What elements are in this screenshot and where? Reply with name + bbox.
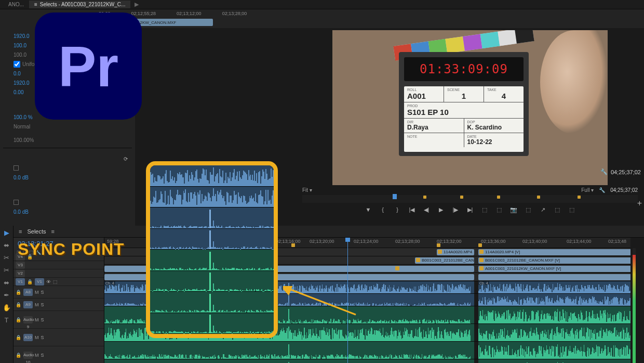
mark-in-button[interactable]: {: [379, 206, 386, 213]
sync-point-callout: [146, 161, 278, 338]
bypass-icon[interactable]: ⟳: [124, 156, 128, 162]
slip-tool[interactable]: ⬌: [2, 278, 11, 287]
premiere-pro-logo: Pr: [35, 12, 142, 120]
audio-meters: [630, 238, 644, 363]
audio-clip[interactable]: [478, 359, 630, 363]
track-select-tool[interactable]: ⬌: [2, 240, 11, 250]
play-button[interactable]: ▶: [437, 206, 445, 213]
track-a9-target[interactable]: A9: [23, 301, 33, 308]
speed-value[interactable]: 100.00%: [14, 137, 34, 143]
export-button[interactable]: ↗: [539, 206, 546, 213]
step-back-button[interactable]: ◀|: [423, 206, 430, 213]
full-dropdown[interactable]: Full ▾: [581, 187, 594, 193]
audio-clip[interactable]: [478, 294, 630, 306]
scrub-playhead[interactable]: [393, 194, 397, 199]
extract-button[interactable]: ⬚: [495, 206, 503, 213]
antiflicker-value[interactable]: 0.00: [14, 89, 23, 95]
source-tab-2[interactable]: ≡ Selects - A001C003_221012KW_C...: [29, 1, 130, 8]
track-v2-target[interactable]: V2: [16, 270, 25, 277]
pen-tool[interactable]: ✒: [2, 290, 11, 300]
selection-tool[interactable]: ▶: [2, 228, 11, 237]
sync-lock-icon[interactable]: ⬚: [53, 279, 58, 284]
comparison-button[interactable]: ⬚: [525, 206, 532, 213]
uniform-scale-checkbox[interactable]: [14, 61, 20, 68]
level-db-2[interactable]: 0.0 dB: [14, 209, 29, 215]
source-tab-1[interactable]: ANO...: [3, 1, 29, 8]
bypass-box-2[interactable]: [14, 200, 19, 205]
opacity-value[interactable]: 100.0 %: [14, 114, 33, 120]
track-v1-source[interactable]: V1: [16, 278, 25, 286]
video-clip[interactable]: 114A0020.MP4 [V]: [437, 249, 474, 255]
scale-width-value: 100.0: [14, 52, 26, 58]
marker[interactable]: [437, 243, 440, 247]
audio-clip[interactable]: Ch. 4: [478, 281, 630, 293]
track-a10[interactable]: A10: [23, 334, 33, 341]
tool-palette: ▶ ⬌ ✂ ✂ ⬌ ✒ ✋ T: [0, 226, 14, 363]
track-a10b[interactable]: Audio 10: [23, 352, 33, 359]
chevron-down-icon: ▾: [310, 187, 312, 193]
solo-button[interactable]: S: [41, 290, 44, 295]
level-db[interactable]: 0.0 dB: [14, 175, 29, 180]
settings-button[interactable]: ⬚: [568, 206, 575, 213]
wrench-icon[interactable]: 🔧: [600, 168, 608, 175]
export-frame-button[interactable]: 📷: [510, 206, 517, 213]
track-v3-target[interactable]: V3: [16, 262, 25, 269]
go-to-in-button[interactable]: |◀: [408, 206, 415, 213]
program-preview[interactable]: 01:33:09:09 ROLLA001 SCENE1 TAKE4 PRODS1…: [332, 30, 608, 185]
add-marker-button[interactable]: ▼: [365, 206, 372, 213]
audio-clip[interactable]: [104, 359, 474, 363]
slate-timecode: 01:33:09:09: [404, 57, 524, 81]
audio-clip[interactable]: [478, 342, 630, 359]
lift-button[interactable]: ⬚: [481, 206, 488, 213]
safe-margins-button[interactable]: ⬚: [554, 206, 561, 213]
panel-menu-icon[interactable]: ≡: [19, 228, 22, 235]
program-scrubber[interactable]: [302, 195, 638, 203]
track-v1-target[interactable]: V1: [35, 278, 44, 286]
audio-clip[interactable]: [478, 306, 630, 323]
track-a9b[interactable]: Audio 9: [23, 316, 33, 323]
blend-mode[interactable]: Normal: [14, 124, 30, 129]
anchor-value[interactable]: 1920.0: [14, 80, 30, 86]
fit-dropdown[interactable]: Fit ▾: [302, 187, 312, 193]
transport-controls: ▼ { } |◀ ◀| ▶ |▶ ▶| ⬚ ⬚ 📷 ⬚ ↗ ⬚ ⬚: [296, 203, 644, 216]
type-tool[interactable]: T: [2, 315, 11, 325]
bypass-box[interactable]: [14, 165, 19, 171]
mark-out-button[interactable]: }: [394, 206, 401, 213]
hand-in-frame: [540, 30, 608, 134]
sequence-tab[interactable]: Selects: [27, 228, 46, 235]
clapperboard: 01:33:09:09 ROLLA001 SCENE1 TAKE4 PRODS1…: [388, 41, 536, 160]
duration-timecode: 04;25;37;02: [610, 187, 638, 193]
arrow-annotation: [283, 286, 361, 317]
hand-tool[interactable]: ✋: [2, 303, 11, 312]
track-a10b-lane[interactable]: [104, 342, 630, 359]
wrench-icon[interactable]: 🔧: [599, 187, 605, 193]
add-button[interactable]: +: [637, 199, 642, 208]
audio-clip[interactable]: [478, 324, 630, 341]
audio-clip[interactable]: [104, 342, 474, 359]
go-to-out-button[interactable]: ▶|: [466, 206, 474, 213]
track-a8-target[interactable]: A8: [23, 289, 33, 296]
video-clip[interactable]: B001C003_221012BE_CANON.MXF [V]: [415, 257, 474, 264]
svg-line-1: [288, 289, 356, 315]
program-info-bar: 🔧 04;25;37;02: [600, 168, 641, 175]
ripple-edit-tool[interactable]: ✂: [2, 253, 11, 262]
razor-tool[interactable]: ✂: [2, 265, 11, 275]
scale-value[interactable]: 100.0: [14, 43, 26, 48]
video-clip[interactable]: A001C003_221012KW_CANON.MXF [V]: [478, 266, 630, 272]
menu-icon: ≡: [34, 2, 37, 7]
eye-icon[interactable]: 👁: [46, 279, 51, 284]
rotation-value[interactable]: 0.0: [14, 71, 21, 76]
video-clip[interactable]: [478, 274, 630, 280]
mute-button[interactable]: M: [35, 290, 39, 295]
marker[interactable]: [291, 243, 295, 247]
video-clip[interactable]: 114A0020.MP4 [V]: [478, 249, 630, 255]
panel-menu[interactable]: ≡: [51, 228, 55, 235]
marker[interactable]: [478, 243, 482, 247]
play-icon: ▶: [135, 1, 139, 8]
video-clip[interactable]: B001C003_221012BE_CANON.MXF [V]: [478, 257, 630, 264]
step-forward-button[interactable]: |▶: [452, 206, 459, 213]
program-monitor: 01:33:09:09 ROLLA001 SCENE1 TAKE4 PRODS1…: [296, 28, 644, 226]
position-value[interactable]: 1920.0: [14, 33, 30, 39]
track-a11-lane[interactable]: [104, 359, 630, 363]
sync-point-label: SYNC POINT: [18, 240, 125, 259]
